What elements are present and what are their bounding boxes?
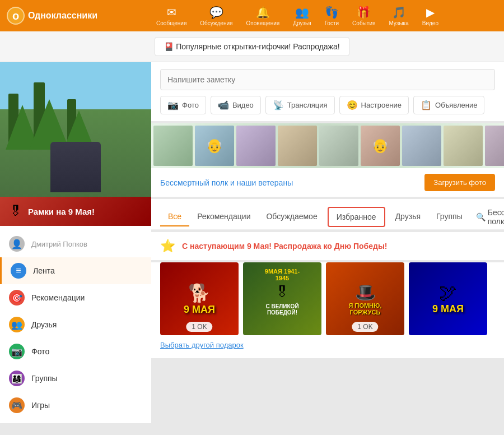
messages-label: Сообщения	[156, 20, 186, 26]
search-icon: 🔍	[476, 212, 486, 221]
post-input[interactable]	[160, 69, 495, 90]
profile-photo-area[interactable]	[0, 62, 151, 197]
right-content: 📷 Фото 📹 Видео 📡 Трансляция 😊 Настроение…	[151, 62, 504, 435]
vet-photo-8	[444, 126, 483, 166]
messages-icon: ✉	[167, 6, 176, 19]
post-live-button[interactable]: 📡 Трансляция	[265, 96, 335, 114]
photo-side-icon: 📷	[9, 344, 25, 359]
music-icon: 🎵	[392, 6, 406, 19]
groups-side-icon: 👨‍👩‍👧	[9, 371, 25, 386]
tab-search[interactable]: 🔍 Бессмертный полк	[470, 205, 504, 229]
discussions-label: Обсуждения	[200, 20, 232, 26]
post-ad-button[interactable]: 📋 Объявление	[413, 96, 484, 114]
top-navigation: о Одноклассники ✉ Сообщения 💬 Обсуждения…	[0, 0, 504, 31]
tab-favorites[interactable]: Избранное	[328, 207, 385, 227]
notifications-label: Оповещения	[246, 20, 279, 26]
nav-music[interactable]: 🎵 Музыка	[383, 3, 414, 29]
stickers-grid: 🐕 9 МАЯ 1 OK 9МАЯ 1941-1945 🎖 С ВЕЛИКОЙП…	[160, 262, 495, 335]
promo-post: ⭐ С наступающим 9 Мая! Распродажа ко Дню…	[151, 232, 504, 260]
left-sidebar: 🎖 Рамки на 9 Мая! 👤 Дмитрий Попков ≡ Лен…	[0, 62, 151, 435]
profile-icon: 👤	[9, 236, 25, 252]
may9-label: Рамки на 9 Мая!	[28, 207, 95, 216]
sticker-3[interactable]: 🎩 Я ПОМНЮ,ГОРЖУСЬ 1 OK	[326, 262, 404, 335]
choose-gift-link[interactable]: Выбрать другой подарок	[160, 335, 495, 349]
nav-guests[interactable]: 👣 Гости	[319, 3, 344, 29]
live-btn-label: Трансляция	[287, 101, 328, 109]
post-video-button[interactable]: 📹 Видео	[211, 96, 261, 114]
promo-star-icon: ⭐	[160, 239, 175, 253]
vet-photo-2: 👴	[195, 126, 234, 166]
upload-photo-button[interactable]: Загрузить фото	[424, 174, 495, 191]
sidebar-nav: 👤 Дмитрий Попков ≡ Лента 🎯 Рекомендации …	[0, 226, 151, 423]
video-btn-icon: 📹	[218, 100, 229, 110]
veterans-footer: Бессмертный полк и наши ветераны Загрузи…	[151, 168, 504, 197]
nav-events[interactable]: 🎁 События	[347, 3, 381, 29]
games-side-icon: 🎮	[9, 397, 25, 413]
ok-logo-icon: о	[7, 7, 25, 25]
discussions-icon: 💬	[209, 6, 223, 19]
sidebar-item-profile[interactable]: 👤 Дмитрий Попков	[0, 230, 151, 257]
sidebar-item-photo[interactable]: 📷 Фото	[0, 338, 151, 365]
nav-friends[interactable]: 👥 Друзья	[287, 3, 316, 29]
photo-btn-label: Фото	[182, 101, 199, 109]
sticker-1-content: 🐕 9 МАЯ	[184, 283, 215, 316]
vet-photo-3	[236, 126, 276, 166]
sidebar-item-friends[interactable]: 👥 Друзья	[0, 311, 151, 338]
person-figure	[50, 142, 101, 192]
sticker-1[interactable]: 🐕 9 МАЯ 1 OK	[160, 262, 239, 335]
sidebar-item-games[interactable]: 🎮 Игры	[0, 392, 151, 419]
nav-discussions[interactable]: 💬 Обсуждения	[194, 3, 238, 29]
main-layout: 🎖 Рамки на 9 Мая! 👤 Дмитрий Попков ≡ Лен…	[0, 62, 504, 435]
vet-photo-4	[278, 126, 317, 166]
tab-rekom[interactable]: Рекомендации	[189, 207, 258, 226]
sticker-2-content: 9МАЯ 1941-1945 🎖 С ВЕЛИКОЙПОБЕДОЙ!	[263, 268, 302, 316]
veterans-section: 👴 👴 Бессмертный полк и наши ветераны Заг…	[151, 123, 504, 197]
site-name: Одноклассники	[28, 11, 97, 21]
video-label: Видео	[422, 20, 438, 26]
post-photo-button[interactable]: 📷 Фото	[160, 96, 206, 114]
stickers-section: 🐕 9 МАЯ 1 OK 9МАЯ 1941-1945 🎖 С ВЕЛИКОЙП…	[151, 262, 504, 358]
sticker-1-ok[interactable]: 1 OK	[186, 322, 212, 332]
tab-friends[interactable]: Друзья	[388, 207, 428, 226]
nav-messages[interactable]: ✉ Сообщения	[151, 3, 192, 29]
vet-photo-1	[153, 126, 193, 166]
friends-label: Друзья	[293, 20, 311, 26]
nav-items: ✉ Сообщения 💬 Обсуждения 🔔 Оповещения 👥 …	[97, 3, 497, 29]
sticker-4[interactable]: 🕊 9 МАЯ	[409, 262, 487, 335]
notifications-icon: 🔔	[256, 6, 270, 19]
sticker-3-content: 🎩 Я ПОМНЮ,ГОРЖУСЬ	[349, 283, 382, 316]
music-label: Музыка	[389, 20, 408, 26]
tabs-row: Все Рекомендации Обсуждаемое Избранное Д…	[160, 205, 495, 229]
vet-photo-9	[485, 126, 504, 166]
sidebar-item-groups[interactable]: 👨‍👩‍👧 Группы	[0, 365, 151, 392]
tab-search-label: Бессмертный полк	[488, 208, 504, 226]
video-nav-icon: ▶	[426, 6, 435, 19]
veterans-title[interactable]: Бессмертный полк и наши ветераны	[160, 178, 293, 187]
promo-text[interactable]: С наступающим 9 Мая! Распродажа ко Дню П…	[182, 242, 388, 251]
video-btn-label: Видео	[232, 101, 254, 109]
tab-all[interactable]: Все	[160, 207, 189, 226]
logo-area[interactable]: о Одноклассники	[7, 7, 97, 25]
tab-discussed[interactable]: Обсуждаемое	[258, 207, 325, 226]
nav-video[interactable]: ▶ Видео	[417, 3, 444, 29]
lenta-icon: ≡	[11, 263, 26, 279]
sticker-3-ok[interactable]: 1 OK	[352, 322, 378, 332]
tab-groups[interactable]: Группы	[428, 207, 470, 226]
friends-icon: 👥	[295, 6, 309, 19]
live-btn-icon: 📡	[273, 100, 284, 110]
nav-notifications[interactable]: 🔔 Оповещения	[240, 3, 285, 29]
mood-btn-label: Настроение	[361, 101, 402, 109]
rekom-label: Рекомендации	[31, 293, 85, 302]
feed-tabs: Все Рекомендации Обсуждаемое Избранное Д…	[151, 199, 504, 230]
sidebar-item-lenta[interactable]: ≡ Лента	[0, 257, 151, 284]
post-mood-button[interactable]: 😊 Настроение	[339, 96, 409, 114]
sticker-2[interactable]: 9МАЯ 1941-1945 🎖 С ВЕЛИКОЙПОБЕДОЙ!	[243, 262, 321, 335]
may9-medal-icon: 🎖	[9, 203, 22, 219]
vet-photo-7	[402, 126, 441, 166]
ad-btn-icon: 📋	[421, 100, 432, 110]
sidebar-item-rekom[interactable]: 🎯 Рекомендации	[0, 284, 151, 311]
banner-text[interactable]: 🎴 Популярные открытки-гифочки! Распродаж…	[155, 37, 349, 56]
may9-banner[interactable]: 🎖 Рамки на 9 Мая!	[0, 197, 151, 226]
mood-btn-icon: 😊	[347, 100, 358, 110]
post-box: 📷 Фото 📹 Видео 📡 Трансляция 😊 Настроение…	[151, 62, 504, 121]
